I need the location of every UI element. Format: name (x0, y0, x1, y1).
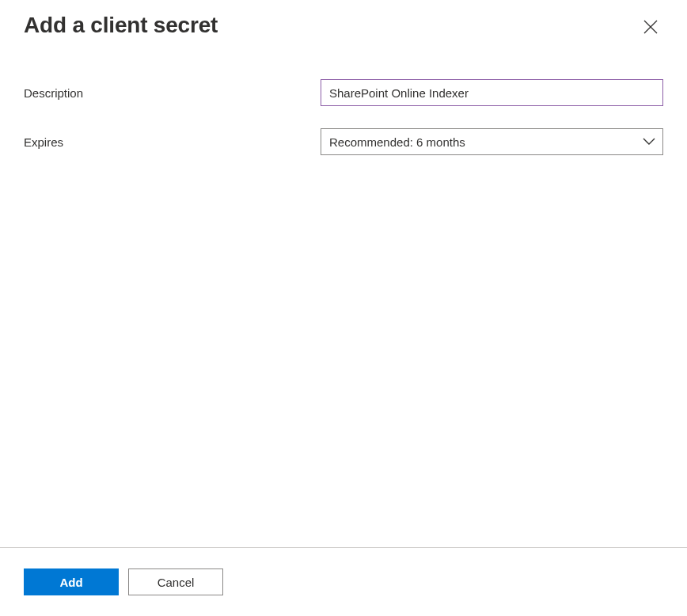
chevron-down-icon (636, 138, 662, 146)
cancel-button[interactable]: Cancel (128, 568, 223, 595)
expires-selected-value: Recommended: 6 months (321, 135, 636, 149)
description-row: Description (24, 79, 663, 106)
close-icon (643, 20, 658, 34)
panel-header: Add a client secret (0, 0, 687, 48)
close-button[interactable] (638, 14, 663, 40)
description-input[interactable] (321, 79, 663, 106)
panel-footer: Add Cancel (0, 547, 687, 616)
expires-label: Expires (24, 135, 321, 149)
expires-select[interactable]: Recommended: 6 months (321, 128, 663, 155)
panel-title: Add a client secret (24, 13, 218, 38)
add-button[interactable]: Add (24, 568, 119, 595)
description-label: Description (24, 86, 321, 100)
form-area: Description Expires Recommended: 6 month… (0, 48, 687, 155)
expires-row: Expires Recommended: 6 months (24, 128, 663, 155)
